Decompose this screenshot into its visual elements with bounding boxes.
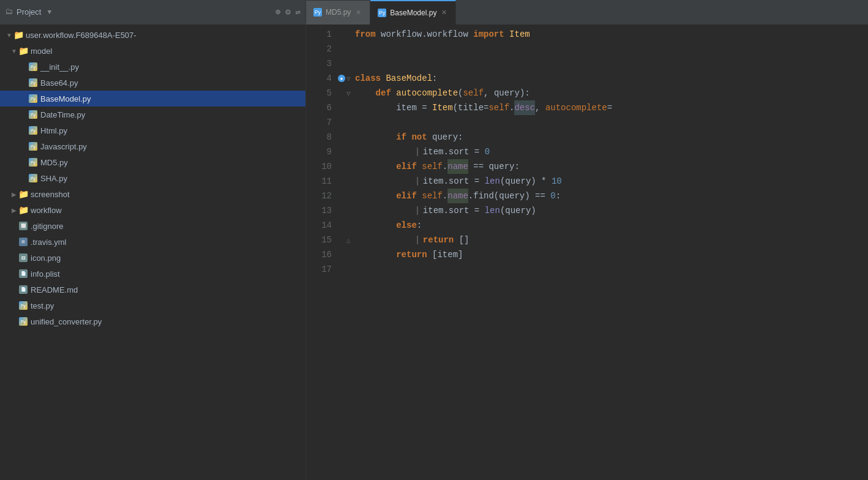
- attr-desc: desc: [514, 100, 535, 115]
- line-num-11: 11: [311, 174, 332, 189]
- line-num-1: 1: [311, 27, 332, 42]
- unified-spacer: [10, 317, 18, 326]
- tab-basemodel-close[interactable]: ✕: [440, 8, 448, 17]
- line-num-3: 3: [311, 56, 332, 71]
- init-py-icon: Py: [28, 62, 38, 72]
- sidebar-item-workflow[interactable]: ▶ 📁 workflow: [0, 202, 305, 218]
- line-numbers: 1 2 3 4 5 6 7 8 9 10 11 12 13 14 15 16 1…: [306, 27, 337, 480]
- md5-spacer: [20, 158, 28, 167]
- gutter: ● ▽ ▽ △: [337, 27, 355, 480]
- screenshot-label: screenshot: [31, 190, 70, 199]
- sidebar-item-travis[interactable]: ⊞ .travis.yml: [0, 234, 305, 250]
- code-line-16: return [item]: [355, 247, 868, 262]
- sidebar-item-html[interactable]: Py Html.py: [0, 122, 305, 138]
- screenshot-arrow: ▶: [10, 190, 18, 198]
- line-num-4: 4: [311, 71, 332, 86]
- code-line-2: [355, 42, 868, 56]
- gutter-line-5: ▽: [337, 86, 355, 100]
- code-line-13: item.sort = len(query): [355, 203, 868, 218]
- datetime-py-icon: Py: [28, 110, 38, 119]
- line-num-12: 12: [311, 189, 332, 203]
- test-spacer: [10, 301, 18, 310]
- attr-name-2: name: [447, 189, 468, 203]
- datetime-label: DateTime.py: [40, 110, 85, 119]
- code-line-15: return []: [355, 233, 868, 247]
- sha-label: SHA.py: [40, 174, 67, 183]
- attr-name-1: name: [447, 159, 468, 174]
- js-py-icon: Py: [28, 141, 38, 151]
- param-autocomplete: autocomplete: [545, 100, 607, 115]
- gutter-line-16: △: [337, 233, 355, 247]
- gitignore-spacer: [10, 222, 18, 230]
- sidebar-item-unified[interactable]: Py unified_converter.py: [0, 313, 305, 329]
- line-num-14: 14: [311, 218, 332, 233]
- indent-bar-13: [417, 206, 418, 215]
- kw-from: from: [355, 27, 376, 42]
- line-num-8: 8: [311, 130, 332, 144]
- code-line-5: def autocomplete(self, query):: [355, 86, 868, 100]
- model-label: model: [31, 47, 52, 56]
- fold-4[interactable]: ▽: [346, 75, 351, 83]
- kw-else: else: [396, 218, 417, 233]
- sidebar-item-readme[interactable]: 📄 README.md: [0, 282, 305, 298]
- file-tree[interactable]: ▼ 📁 user.workflow.F689648A-E507- ▼ 📁 mod…: [0, 24, 306, 480]
- gear-icon[interactable]: ⇌: [296, 7, 301, 17]
- header-icons: ⊕ ⚙ ⇌: [275, 7, 301, 17]
- plist-spacer: [10, 269, 18, 278]
- sidebar-item-gitignore[interactable]: ⬜ .gitignore: [0, 218, 305, 234]
- add-icon[interactable]: ⊕: [275, 7, 280, 17]
- code-container[interactable]: 1 2 3 4 5 6 7 8 9 10 11 12 13 14 15 16 1…: [306, 24, 868, 480]
- fold-5[interactable]: ▽: [346, 89, 351, 97]
- param-self: self: [463, 86, 484, 100]
- indent-bar-11: [417, 177, 418, 186]
- plist-icon: 📄: [18, 269, 28, 279]
- settings-icon[interactable]: ⚙: [285, 7, 290, 17]
- fold-16[interactable]: △: [346, 236, 351, 244]
- kw-if: if: [396, 130, 406, 144]
- tab-basemodel[interactable]: Py BaseModel.py ✕: [370, 0, 456, 24]
- plist-label: info.plist: [31, 269, 60, 279]
- kw-class: class: [355, 71, 381, 86]
- basemodel-tab-icon: Py: [378, 9, 386, 17]
- sidebar-item-screenshot[interactable]: ▶ 📁 screenshot: [0, 186, 305, 202]
- code-content[interactable]: from workflow.workflow import Item class…: [355, 27, 868, 480]
- line-num-13: 13: [311, 203, 332, 218]
- sidebar-item-model[interactable]: ▼ 📁 model: [0, 43, 305, 59]
- line-num-17: 17: [311, 262, 332, 277]
- editor-area: 1 2 3 4 5 6 7 8 9 10 11 12 13 14 15 16 1…: [306, 24, 868, 480]
- indent-bar-15: [417, 236, 418, 244]
- tab-md5[interactable]: Py MD5.py ✕: [306, 0, 370, 24]
- class-item: Item: [509, 27, 530, 42]
- tab-basemodel-label: BaseModel.py: [390, 9, 436, 17]
- fn-autocomplete: autocomplete: [396, 86, 458, 100]
- sidebar-item-init[interactable]: Py __init__.py: [0, 59, 305, 75]
- code-line-3: [355, 56, 868, 71]
- num-0: 0: [485, 144, 490, 159]
- line-num-15: 15: [311, 233, 332, 247]
- gitignore-icon: ⬜: [18, 221, 28, 231]
- code-line-7: [355, 115, 868, 130]
- sidebar-item-infoplist[interactable]: 📄 info.plist: [0, 266, 305, 282]
- sidebar-item-md5[interactable]: Py MD5.py: [0, 154, 305, 170]
- sidebar-item-javascript[interactable]: Py Javascript.py: [0, 138, 305, 154]
- basemodel-spacer: [20, 94, 28, 103]
- breakpoint-4: ●: [338, 75, 345, 82]
- init-label: __init__.py: [40, 62, 79, 72]
- tab-md5-close[interactable]: ✕: [354, 8, 362, 17]
- travis-label: .travis.yml: [31, 238, 67, 247]
- sidebar-item-test[interactable]: Py test.py: [0, 298, 305, 313]
- sidebar-item-base64[interactable]: Py Base64.py: [0, 75, 305, 91]
- sidebar-item-sha[interactable]: Py SHA.py: [0, 170, 305, 186]
- unified-py-icon: Py: [18, 317, 28, 326]
- sidebar-item-datetime[interactable]: Py DateTime.py: [0, 107, 305, 122]
- sidebar-item-basemodel[interactable]: Py BaseModel.py: [0, 91, 305, 107]
- readme-icon: 📄: [18, 285, 28, 294]
- md5-label: MD5.py: [40, 158, 68, 167]
- num-10: 10: [552, 174, 562, 189]
- gutter-line-4: ● ▽: [337, 71, 355, 86]
- code-line-12: elif self.name.find(query) == 0:: [355, 189, 868, 203]
- sha-spacer: [20, 174, 28, 182]
- class-basemodel: BaseModel: [386, 71, 432, 86]
- sidebar-item-iconpng[interactable]: 🖼 icon.png: [0, 250, 305, 266]
- root-folder[interactable]: ▼ 📁 user.workflow.F689648A-E507-: [0, 27, 305, 43]
